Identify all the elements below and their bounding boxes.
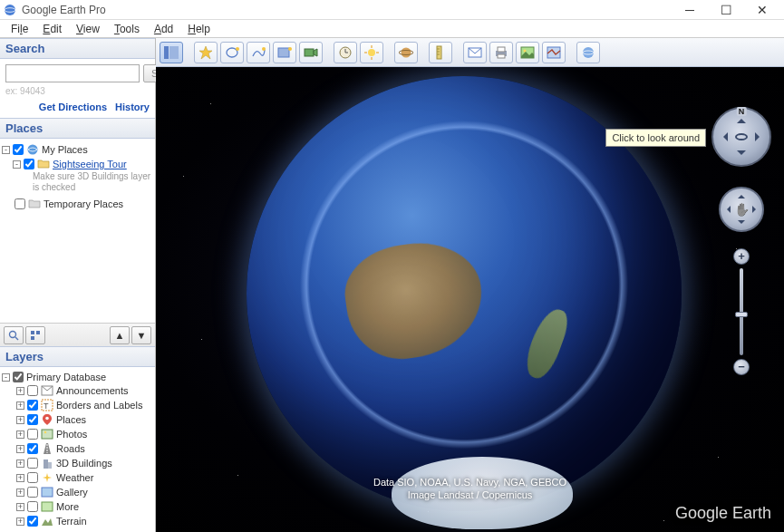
- maximize-button[interactable]: ☐: [708, 0, 744, 20]
- layer-terrain[interactable]: +Terrain: [2, 514, 153, 528]
- placemark-button[interactable]: [194, 42, 218, 63]
- search-hint: ex: 94043: [5, 86, 150, 96]
- layers-header[interactable]: Layers: [0, 346, 155, 367]
- planet-button[interactable]: [394, 42, 418, 63]
- layer-checkbox[interactable]: [27, 458, 38, 469]
- zoom-out-button[interactable]: −: [733, 359, 750, 375]
- menu-edit[interactable]: Edit: [35, 21, 69, 37]
- look-right-icon[interactable]: [755, 132, 764, 141]
- zoom-in-button[interactable]: +: [733, 248, 750, 265]
- temporary-places-checkbox[interactable]: [15, 198, 25, 209]
- layer-roads[interactable]: +Roads: [2, 441, 153, 456]
- zoom-thumb[interactable]: [735, 312, 748, 317]
- layer-more[interactable]: +More: [2, 499, 153, 514]
- layer-checkbox[interactable]: [27, 414, 38, 425]
- layer-places[interactable]: +Places: [2, 412, 153, 427]
- chevron-right-icon[interactable]: +: [16, 416, 24, 424]
- sunlight-button[interactable]: [360, 42, 383, 63]
- ruler-button[interactable]: [429, 42, 452, 63]
- get-directions-link[interactable]: Get Directions: [39, 102, 107, 112]
- layer-announcements[interactable]: +Announcements: [2, 383, 153, 398]
- layer-gallery[interactable]: +Gallery: [2, 485, 153, 499]
- minimize-button[interactable]: ─: [672, 0, 708, 20]
- zoom-track[interactable]: [740, 268, 743, 355]
- sightseeing-label[interactable]: Sightseeing Tour: [53, 159, 127, 169]
- svg-point-22: [236, 47, 239, 51]
- chevron-right-icon[interactable]: +: [16, 503, 24, 511]
- folder-icon: [37, 158, 50, 170]
- close-button[interactable]: ✕: [744, 0, 780, 20]
- email-button[interactable]: [463, 42, 487, 63]
- temporary-places-node[interactable]: Temporary Places: [2, 197, 153, 211]
- search-input[interactable]: [5, 64, 140, 82]
- view-in-maps-button[interactable]: [542, 42, 566, 63]
- pan-left-icon[interactable]: [723, 206, 731, 213]
- layer-weather[interactable]: +Weather: [2, 470, 153, 485]
- image-overlay-button[interactable]: [273, 42, 296, 63]
- menu-add[interactable]: Add: [147, 21, 180, 37]
- search-header[interactable]: Search: [0, 38, 155, 59]
- layer-checkbox[interactable]: [27, 487, 38, 498]
- chevron-right-icon[interactable]: +: [16, 517, 24, 526]
- layer-photos[interactable]: +Photos: [2, 427, 153, 441]
- pan-up-icon[interactable]: [738, 191, 745, 198]
- print-button[interactable]: [489, 42, 513, 63]
- places-tree-icon[interactable]: [25, 326, 45, 344]
- main-toolbar: [156, 38, 784, 67]
- pan-right-icon[interactable]: [752, 206, 760, 213]
- layer-checkbox[interactable]: [27, 400, 38, 411]
- layer-checkbox[interactable]: [27, 385, 38, 396]
- places-up-icon[interactable]: ▲: [110, 326, 130, 344]
- look-around-control[interactable]: N: [711, 107, 771, 167]
- sightseeing-tour-node[interactable]: - Sightseeing Tour: [2, 157, 153, 171]
- layer-checkbox[interactable]: [27, 501, 38, 512]
- layer-borders-and-labels[interactable]: +TBorders and Labels: [2, 398, 153, 412]
- places-search-icon[interactable]: [4, 326, 24, 344]
- menu-help[interactable]: Help: [180, 21, 218, 37]
- pan-control[interactable]: ✋: [719, 187, 764, 232]
- my-places-node[interactable]: - My Places: [2, 142, 153, 157]
- sightseeing-checkbox[interactable]: [24, 159, 34, 169]
- path-button[interactable]: [247, 42, 270, 63]
- time-slider-button[interactable]: [334, 42, 357, 63]
- layer-checkbox[interactable]: [27, 429, 38, 440]
- weather-icon: [41, 471, 53, 484]
- places-header[interactable]: Places: [0, 118, 155, 139]
- primary-db-checkbox[interactable]: [13, 372, 24, 382]
- zoom-control[interactable]: + −: [733, 248, 750, 375]
- layer-checkbox[interactable]: [27, 472, 38, 483]
- chevron-right-icon[interactable]: +: [16, 401, 24, 410]
- globe-viewport[interactable]: Click to look around N ✋ + −: [156, 67, 784, 532]
- my-places-checkbox[interactable]: [13, 144, 24, 155]
- sidebar-toggle-button[interactable]: [160, 42, 183, 63]
- look-left-icon[interactable]: [719, 132, 728, 141]
- chevron-down-icon[interactable]: -: [13, 160, 21, 169]
- chevron-right-icon[interactable]: +: [16, 459, 24, 468]
- primary-database-node[interactable]: - Primary Database: [2, 371, 153, 383]
- primary-db-label: Primary Database: [26, 372, 106, 382]
- chevron-right-icon[interactable]: +: [16, 387, 24, 395]
- menu-file[interactable]: File: [4, 21, 35, 37]
- layer-checkbox[interactable]: [27, 443, 38, 454]
- chevron-down-icon[interactable]: -: [2, 373, 10, 382]
- chevron-down-icon[interactable]: -: [2, 146, 10, 154]
- pan-down-icon[interactable]: [738, 220, 745, 227]
- menu-view[interactable]: View: [69, 21, 107, 37]
- look-up-icon[interactable]: [737, 114, 746, 123]
- look-down-icon[interactable]: [737, 150, 746, 160]
- save-image-button[interactable]: [516, 42, 539, 63]
- record-tour-button[interactable]: [299, 42, 323, 63]
- places-down-icon[interactable]: ▼: [131, 326, 151, 344]
- svg-point-23: [262, 47, 266, 51]
- svg-rect-18: [42, 502, 53, 511]
- layer-checkbox[interactable]: [27, 516, 38, 527]
- history-link[interactable]: History: [115, 102, 150, 112]
- chevron-right-icon[interactable]: +: [16, 488, 24, 497]
- chevron-right-icon[interactable]: +: [16, 430, 24, 439]
- layer-3d-buildings[interactable]: +3D Buildings: [2, 456, 153, 470]
- polygon-button[interactable]: [220, 42, 244, 63]
- chevron-right-icon[interactable]: +: [16, 445, 24, 453]
- sign-in-button[interactable]: [576, 42, 600, 63]
- chevron-right-icon[interactable]: +: [16, 474, 24, 482]
- menu-tools[interactable]: Tools: [107, 21, 147, 37]
